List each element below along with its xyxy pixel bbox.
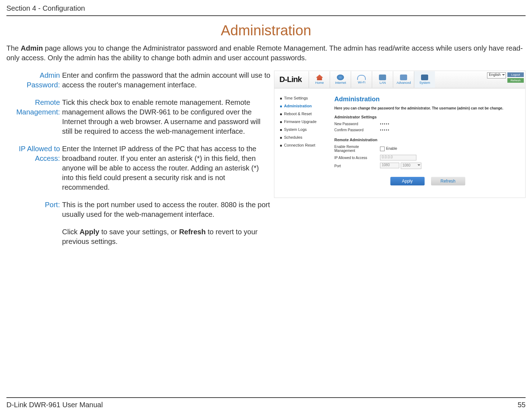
sidebar-item-reboot[interactable]: Reboot & Reset: [280, 110, 330, 118]
label-new-password: New Password: [334, 122, 380, 126]
new-password-field[interactable]: •••••: [380, 122, 390, 126]
nav-wifi-label: Wi-Fi: [358, 81, 365, 84]
sidebar-item-schedules[interactable]: Schedules: [280, 133, 330, 141]
sidebar-item-logs[interactable]: System Logs: [280, 126, 330, 133]
brand-logo: D-Link: [274, 75, 306, 84]
system-icon: [421, 75, 428, 80]
wifi-icon: [357, 75, 366, 80]
label-confirm-password: Confirm Password: [334, 128, 380, 132]
screenshot-sidebar: Time Settings Administration Reboot & Re…: [274, 88, 330, 198]
note-refresh: Refresh: [179, 228, 206, 236]
note-prefix: Click: [62, 228, 80, 236]
term-admin-password: Admin Password:: [6, 71, 62, 90]
nav-lan-label: LAN: [380, 81, 386, 85]
apply-button[interactable]: Apply: [390, 177, 425, 185]
sidebar-item-time[interactable]: Time Settings: [280, 94, 330, 102]
term-remote-management: Remote Management:: [6, 98, 62, 136]
home-icon: [316, 75, 323, 80]
nav-lan[interactable]: LAN: [372, 71, 393, 88]
page-number: 55: [518, 401, 526, 409]
advanced-icon: [400, 75, 407, 80]
screenshot-main: Administration Here you can change the p…: [330, 88, 525, 198]
desc-ip-allowed: Enter the Internet IP address of the PC …: [62, 144, 270, 192]
term-ip-allowed: IP Allowed to Access:: [6, 144, 62, 192]
lan-icon: [379, 75, 386, 80]
port-select[interactable]: 1080: [401, 163, 421, 169]
logout-button[interactable]: Logout: [507, 72, 524, 77]
enable-text: Enable: [386, 147, 397, 150]
nav-internet-label: Internet: [335, 81, 346, 85]
screenshot-hint: Here you can change the password for the…: [334, 106, 521, 111]
section-remote-admin: Remote Administration: [334, 138, 521, 142]
nav-system[interactable]: System: [414, 71, 435, 88]
globe-icon: [337, 75, 344, 80]
term-port: Port:: [6, 200, 62, 246]
note-apply: Apply: [80, 228, 100, 236]
enable-remote-checkbox[interactable]: [380, 147, 385, 151]
desc-port: This is the port number used to access t…: [62, 200, 270, 246]
refresh-button[interactable]: Refresh: [431, 177, 465, 185]
confirm-password-field[interactable]: •••••: [380, 128, 390, 132]
nav-home[interactable]: Home: [309, 71, 330, 88]
page-title: Administration: [6, 22, 526, 39]
sidebar-item-firmware[interactable]: Firmware Upgrade: [280, 118, 330, 126]
nav-wifi[interactable]: Wi-Fi: [351, 71, 372, 88]
definitions-column: Admin Password: Enter and confirm the pa…: [6, 71, 270, 254]
screenshot: D-Link Home Internet Wi-Fi LAN Advanced …: [274, 71, 526, 254]
ip-allowed-input[interactable]: 0.0.0.0: [380, 155, 416, 160]
section-admin-settings: Administrator Settings: [334, 115, 521, 119]
section-header: Section 4 - Configuration: [6, 0, 526, 16]
sidebar-item-administration[interactable]: Administration: [280, 102, 330, 110]
intro-paragraph: The Admin page allows you to change the …: [6, 44, 526, 63]
nav-home-label: Home: [315, 81, 324, 85]
footer-left: D-Link DWR-961 User Manual: [6, 401, 103, 409]
desc-remote-management: Tick this check box to enable remote man…: [62, 98, 270, 136]
intro-text-2: page allows you to change the Administra…: [6, 44, 523, 62]
intro-bold: Admin: [21, 44, 43, 52]
desc-port-text: This is the port number used to access t…: [62, 201, 270, 218]
label-enable-remote: Enable Remote Management: [334, 145, 380, 153]
desc-admin-password: Enter and confirm the password that the …: [62, 71, 270, 90]
intro-text: The: [6, 44, 21, 52]
label-port: Port: [334, 164, 380, 168]
nav-advanced-label: Advanced: [396, 81, 411, 85]
nav-advanced[interactable]: Advanced: [393, 71, 414, 88]
nav-system-label: System: [419, 81, 430, 85]
refresh-button-top[interactable]: Refresh: [507, 78, 524, 83]
language-select[interactable]: English: [487, 72, 506, 78]
sidebar-item-connection-reset[interactable]: Connection Reset: [280, 141, 330, 149]
screenshot-topbar: D-Link Home Internet Wi-Fi LAN Advanced …: [274, 71, 525, 88]
port-input[interactable]: 1080: [380, 163, 399, 168]
page-footer: D-Link DWR-961 User Manual 55: [6, 397, 526, 409]
nav-internet[interactable]: Internet: [330, 71, 351, 88]
screenshot-heading: Administration: [334, 96, 521, 103]
note-mid: to save your settings, or: [99, 228, 179, 236]
label-ip-allowed: IP Allowed to Access: [334, 156, 380, 160]
